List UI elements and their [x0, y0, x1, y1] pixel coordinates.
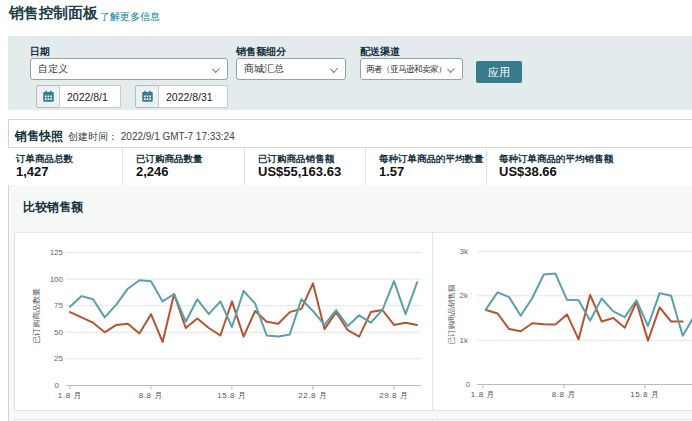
svg-text:29.8 月: 29.8 月 — [379, 391, 408, 400]
svg-text:1k: 1k — [460, 335, 469, 344]
svg-text:1.8 月: 1.8 月 — [58, 391, 82, 400]
svg-text:15.8 月: 15.8 月 — [630, 390, 659, 399]
svg-text:50: 50 — [54, 327, 63, 336]
svg-text:8.8 月: 8.8 月 — [139, 391, 163, 400]
svg-text:3k: 3k — [460, 246, 469, 255]
svg-text:8.8 月: 8.8 月 — [552, 390, 576, 399]
svg-text:1.8 月: 1.8 月 — [471, 390, 495, 399]
svg-text:75: 75 — [54, 301, 63, 310]
svg-text:15.8 月: 15.8 月 — [217, 391, 246, 400]
svg-text:125: 125 — [50, 248, 64, 257]
svg-text:25: 25 — [54, 354, 63, 363]
svg-text:22.8 月: 22.8 月 — [298, 391, 327, 400]
svg-text:2k: 2k — [460, 291, 469, 300]
svg-text:0: 0 — [55, 381, 60, 390]
svg-text:已订购商品数量: 已订购商品数量 — [32, 288, 41, 344]
svg-text:0: 0 — [466, 380, 471, 389]
svg-text:100: 100 — [50, 274, 64, 283]
